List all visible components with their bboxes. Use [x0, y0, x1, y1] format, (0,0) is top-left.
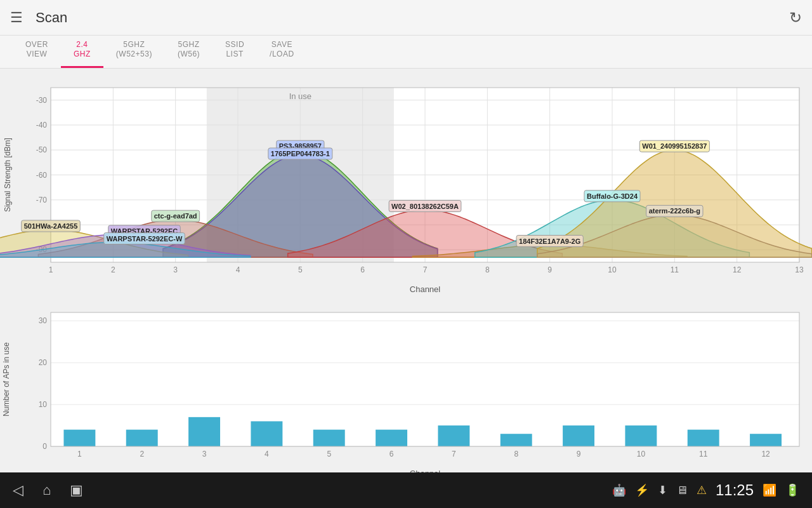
tab-saveload[interactable]: SAVE /LOAD	[257, 35, 307, 68]
download-icon: ⬇	[658, 483, 667, 497]
refresh-button[interactable]: ↻	[789, 9, 802, 27]
hamburger-icon[interactable]: ☰	[10, 10, 23, 26]
home-button[interactable]: ⌂	[43, 482, 51, 498]
usb-icon: ⚡	[635, 483, 649, 497]
tab-overview[interactable]: OVER VIEW	[13, 35, 61, 68]
bottom-nav: ◁ ⌂ ▣ 🤖 ⚡ ⬇ 🖥 ⚠ 11:25 📶 🔋	[0, 472, 812, 508]
clock: 11:25	[716, 481, 754, 499]
warning-icon: ⚠	[697, 483, 707, 497]
tab-5ghz-w56[interactable]: 5GHZ (W56)	[165, 35, 213, 68]
signal-chart	[0, 69, 812, 297]
back-button[interactable]: ◁	[13, 482, 23, 498]
wifi-icon: 📶	[763, 483, 776, 497]
android-icon: 🤖	[612, 483, 626, 497]
ap-count-chart	[0, 300, 812, 481]
tab-2.4ghz[interactable]: 2.4 GHZ	[61, 35, 103, 68]
tab-5ghz-w52[interactable]: 5GHZ (W52+53)	[103, 35, 165, 68]
tab-bar: OVER VIEW2.4 GHZ5GHZ (W52+53)5GHZ (W56)S…	[0, 36, 812, 69]
topbar: ☰ Scan ↻	[0, 0, 812, 36]
app-title: Scan	[36, 10, 789, 26]
tab-ssid[interactable]: SSID LIST	[213, 35, 257, 68]
screen-icon: 🖥	[676, 484, 688, 497]
main-content	[0, 69, 812, 484]
battery-icon: 🔋	[785, 483, 799, 497]
recents-button[interactable]: ▣	[70, 482, 83, 498]
